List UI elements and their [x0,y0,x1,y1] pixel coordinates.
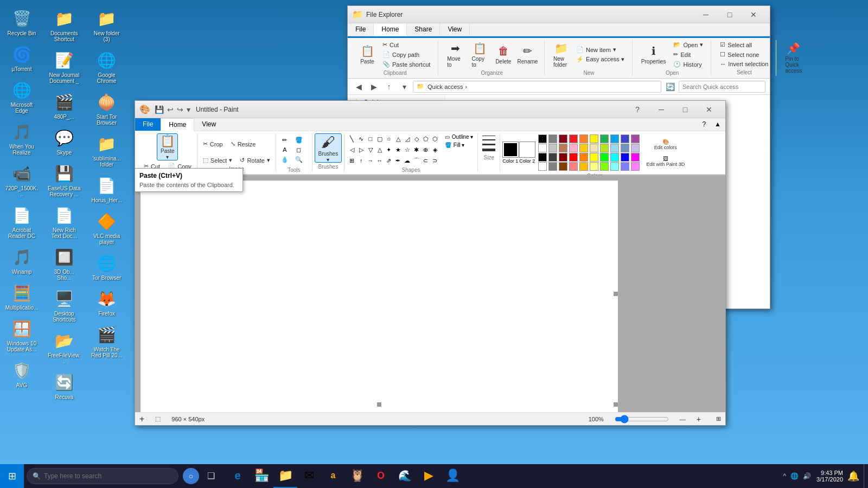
paint-resize-button[interactable]: ⤡ Resize [227,139,259,149]
shape-19[interactable]: ⊕ [422,145,430,154]
color-swatch-34[interactable] [579,162,588,171]
shape-29[interactable]: ⊂ [422,156,430,165]
invert-selection-button[interactable]: ↔ Invert selection [717,60,771,68]
desktop-icon-recuva[interactable]: 🔄 Recuva [45,369,83,402]
paste-shortcut-button[interactable]: 📎 Paste shortcut [379,60,433,69]
paint-tab-view[interactable]: View [194,118,224,131]
tab-file[interactable]: File [348,23,374,36]
properties-button[interactable]: ℹ Properties [638,43,669,66]
taskbar-search-input[interactable] [44,472,173,480]
taskbar-clock[interactable]: 9:43 PM 3/17/2020 [816,470,843,483]
color-swatch-17[interactable] [610,144,619,152]
color1-swatch[interactable] [503,142,518,157]
color-swatch-3[interactable] [569,134,578,143]
tray-more-button[interactable]: ^ [783,472,786,480]
curve-shape[interactable]: ∿ [357,134,366,143]
taskbar-amazon[interactable]: a [321,464,345,488]
network-tray-icon[interactable]: 🌐 [790,472,799,480]
taskbar-task-view[interactable]: ❑ [199,464,223,488]
color-swatch-35[interactable] [590,162,598,171]
file-explorer-maximize-button[interactable]: □ [718,6,742,23]
color-swatch-5[interactable] [590,134,598,143]
redo-qat-button[interactable]: ↪ [176,104,184,115]
new-folder-button[interactable]: 📁 New folder [550,41,572,69]
paint-help-tab[interactable]: ? [698,118,710,131]
color-swatch-12[interactable] [559,144,567,152]
text-tool[interactable]: A [280,145,289,154]
undo-qat-button[interactable]: ↩ [166,104,175,115]
shape-26[interactable]: ✒ [394,156,403,165]
desktop-icon-subliminal[interactable]: 📁 'sublimina... folder [88,131,126,170]
paint-collapse-ribbon[interactable]: ▲ [710,118,725,131]
paint-zoom-out-icon[interactable]: — [680,416,686,422]
taskbar-winamp[interactable]: ▶ [417,464,441,488]
color-swatch-30[interactable] [538,162,547,171]
desktop-icon-freefileview[interactable]: 📂 FreeFileView... [45,328,83,367]
desktop-icon-horus[interactable]: 📄 Horus_Her... [88,172,126,206]
open-button[interactable]: 📂 Open ▾ [670,40,706,49]
color-swatch-21[interactable] [548,153,557,162]
desktop-icon-avg[interactable]: 🛡️ AVG [3,357,41,390]
file-explorer-close-button[interactable]: ✕ [742,6,765,23]
color-swatch-37[interactable] [610,162,619,171]
fill-tool[interactable]: 🪣 [295,136,303,144]
color-swatch-1[interactable] [548,134,557,143]
desktop-icon-when-you-realize[interactable]: 🎵 When You Realize [3,119,41,158]
desktop-icon-new-folder[interactable]: 📁 New folder (3) [88,5,126,44]
canvas-bottom-handle[interactable] [377,402,381,407]
color-swatch-13[interactable] [569,144,578,152]
volume-tray-icon[interactable]: 🔊 [803,472,811,480]
edit-with-paint3d-button[interactable]: 🖼 Edit with Paint 3D [644,153,687,169]
easy-access-button[interactable]: ⚡ Easy access ▾ [573,55,628,64]
file-explorer-search-input[interactable] [679,81,765,93]
start-button[interactable]: ⊞ [0,464,24,488]
desktop-icon-new-journal[interactable]: 📝 New Journal Document _ [45,47,83,86]
shape-18[interactable]: ✱ [412,145,421,154]
paint-close-button[interactable]: ✕ [697,101,721,118]
color-swatch-7[interactable] [610,134,619,143]
copy-path-button[interactable]: 📄 Copy path [379,50,433,59]
eraser-tool[interactable]: ◻ [295,145,303,154]
paint-crop-button[interactable]: ✂ Crop [200,139,226,149]
shape-25[interactable]: ⇗ [385,156,393,165]
shape-14[interactable]: △ [375,145,384,154]
canvas-right-handle[interactable] [614,292,618,296]
rect-shape[interactable]: □ [366,134,375,143]
color-swatch-15[interactable] [590,144,598,152]
desktop-icon-tor-browser[interactable]: 🌐 Tor Browser [88,250,126,283]
taskbar-file-explorer[interactable]: 📁 [273,464,297,488]
pencil-tool[interactable]: ✏ [280,136,289,144]
desktop-icon-recycle-bin[interactable]: 🗑️ Recycle Bin [3,5,41,38]
color-swatch-33[interactable] [569,162,578,171]
desktop-icon-firefox[interactable]: 🦊 Firefox [88,286,126,319]
paint-rotate-button[interactable]: ↺ Rotate ▾ [237,156,273,165]
color-swatch-32[interactable] [559,162,567,171]
edit-colors-button[interactable]: 🎨 Edit colors [644,137,687,152]
color-swatch-11[interactable] [548,144,557,152]
cortana-button[interactable]: ○ [183,468,199,484]
taskbar-opera[interactable]: O [369,464,393,488]
paint-tab-home[interactable]: Home [161,118,194,131]
taskbar-edge[interactable]: e [226,464,250,488]
color-swatch-0[interactable] [538,134,547,143]
move-to-button[interactable]: ➡ Move to [444,41,467,69]
color-swatch-38[interactable] [621,162,629,171]
color-swatch-29[interactable] [631,153,640,162]
taskbar-search[interactable]: 🔍 [27,468,178,484]
shape-12[interactable]: ▷ [357,145,366,154]
desktop-icon-acrobat[interactable]: 📄 Acrobat Reader DC [3,202,41,241]
color-swatch-24[interactable] [579,153,588,162]
copy-to-button[interactable]: 📋 Copy to [469,41,492,69]
color-pick-tool[interactable]: 💧 [280,155,289,164]
triangle-shape[interactable]: △ [394,134,403,143]
color-swatch-8[interactable] [621,134,629,143]
color-swatch-19[interactable] [631,144,640,152]
paint-add-button[interactable]: + [139,414,144,424]
shape-22[interactable]: ↑ [357,156,366,165]
back-button[interactable]: ◀ [352,80,365,93]
desktop-icon-480p[interactable]: 🎬 480P_... [45,89,83,122]
color-swatch-2[interactable] [559,134,567,143]
select-all-button[interactable]: ☑ Select all [717,40,771,49]
color-swatch-25[interactable] [590,153,598,162]
shape-28[interactable]: ⌒ [412,156,421,165]
